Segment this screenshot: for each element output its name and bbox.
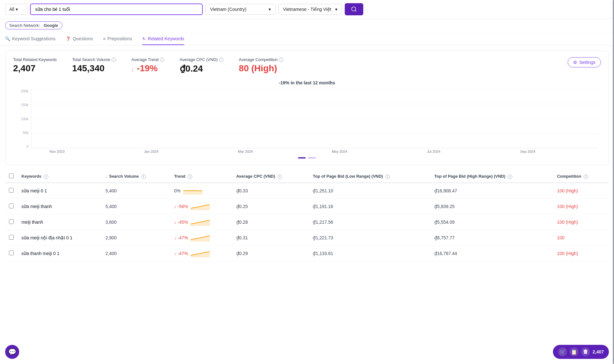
country-select[interactable]: Vietnam (Country) ▾ [205, 4, 276, 15]
competition-cell: 100 [553, 230, 609, 246]
chart-dot-active[interactable] [298, 157, 306, 159]
country-select-value: Vietnam (Country) [210, 7, 246, 12]
competition-cell: 100 (High) [553, 214, 609, 230]
tab-questions-label: Questions [73, 36, 93, 41]
select-all-checkbox[interactable] [9, 174, 14, 178]
country-chevron-icon: ▾ [269, 7, 271, 12]
bid-low-cell: ₫1,191.16 [309, 199, 430, 214]
top-bar: All ▾ Vietnam (Country) ▾ Vietnamese - T… [0, 0, 614, 19]
competition-info-icon[interactable]: i [584, 174, 588, 179]
table-row: sữa meiji thanh5,400↓ -56%₫0.25₫1,191.16… [5, 199, 609, 214]
average-competition-value: 80 (High) [239, 63, 283, 74]
average-cpc-info-icon[interactable]: i [219, 58, 224, 62]
table-row: sữa meiji nội địa nhật 0 12,900↓ -47%₫0.… [5, 230, 609, 246]
average-competition-label: Average Competition [239, 57, 278, 62]
language-select[interactable]: Vietnamese - Tiếng Việt ▾ [278, 4, 342, 15]
search-volume-cell: 3,600 [102, 214, 170, 230]
sort-arrow-icon: ↓ [106, 174, 107, 178]
network-badge[interactable]: Search Network: Google [5, 21, 62, 29]
network-row: Search Network: Google [0, 19, 614, 32]
row-checkbox[interactable] [9, 235, 14, 240]
search-volume-cell: 2,400 [102, 246, 170, 261]
trend-cell: ↓ -47% [170, 246, 232, 261]
table-header-row: Keywords i ↓ Search Volume i Trend i Ave… [5, 170, 609, 183]
trend-cell: 0% [170, 183, 232, 199]
average-competition-info-icon[interactable]: i [279, 58, 283, 62]
settings-label: Settings [579, 60, 595, 65]
search-volume-col-info-icon[interactable]: i [141, 174, 146, 179]
type-select[interactable]: All ▾ [5, 4, 28, 15]
cpc-cell: ₫0.25 [232, 199, 309, 214]
competition-cell: 100 (High) [553, 183, 609, 199]
row-checkbox[interactable] [9, 204, 14, 208]
competition-cell: 100 (High) [553, 199, 609, 214]
cpc-info-icon[interactable]: i [278, 174, 282, 179]
table-body: sữa meiji 0 15,4000%₫0.33₫1,251.10₫16,90… [5, 183, 609, 261]
bid-high-cell: ₫5,839.25 [430, 199, 553, 214]
total-search-volume-value: 145,340 [72, 63, 116, 74]
tab-related-keywords-label: Related Keywords [148, 36, 184, 41]
tab-prepositions-label: Prepositions [107, 36, 132, 41]
cpc-cell: ₫0.33 [232, 183, 309, 199]
cpc-cell: ₫0.28 [232, 214, 309, 230]
trend-cell: ↓ -47% [170, 230, 232, 246]
settings-button[interactable]: ⚙ Settings [568, 57, 601, 67]
prepositions-icon: ≡ [103, 36, 106, 41]
total-related-keywords-value: 2,407 [13, 63, 57, 74]
stat-average-competition: Average Competition i 80 (High) [239, 57, 283, 74]
header-search-volume[interactable]: ↓ Search Volume i [102, 170, 170, 183]
sparkline-icon [191, 250, 210, 257]
scrollbar[interactable] [613, 0, 614, 261]
search-volume-info-icon[interactable]: i [112, 58, 116, 62]
bid-low-cell: ₫1,251.10 [309, 183, 430, 199]
average-cpc-value: ₫0.24 [180, 63, 224, 74]
average-trend-info-icon[interactable]: i [160, 58, 164, 62]
row-checkbox[interactable] [9, 188, 14, 193]
total-search-volume-label: Total Search Volume [72, 57, 110, 62]
bid-high-cell: ₫8,757.77 [430, 230, 553, 246]
trend-down-arrow: ↓ [131, 67, 134, 72]
keywords-table: Keywords i ↓ Search Volume i Trend i Ave… [5, 170, 609, 261]
keyword-cell: sữa meiji 0 1 [18, 183, 102, 199]
search-input[interactable] [30, 4, 203, 15]
average-trend-label: Average Trend [131, 57, 159, 62]
keyword-suggestions-icon: 🔍 [5, 36, 10, 41]
sparkline-icon [183, 187, 202, 195]
stat-total-related-keywords: Total Related Keywords 2,407 [13, 57, 57, 74]
row-checkbox[interactable] [9, 251, 14, 255]
search-volume-cell: 5,400 [102, 199, 170, 214]
type-select-chevron: ▾ [16, 7, 18, 12]
tabs-row: 🔍 Keyword Suggestions ❓ Questions ≡ Prep… [0, 32, 614, 45]
bid-low-info-icon[interactable]: i [385, 174, 390, 179]
header-cpc: Average CPC (VND) i [232, 170, 309, 183]
header-bid-high: Top of Page Bid (High Range) (VND) i [430, 170, 553, 183]
average-cpc-label: Average CPC (VND) [180, 57, 218, 62]
tab-prepositions[interactable]: ≡ Prepositions [103, 36, 132, 45]
language-select-value: Vietnamese - Tiếng Việt [283, 7, 331, 12]
cpc-cell: ₫0.31 [232, 230, 309, 246]
stat-average-cpc: Average CPC (VND) i ₫0.24 [180, 57, 224, 74]
sparkline-icon [191, 234, 210, 242]
questions-icon: ❓ [66, 36, 71, 41]
language-chevron-icon: ▾ [335, 7, 337, 12]
chart-inner [31, 89, 598, 148]
tab-keyword-suggestions[interactable]: 🔍 Keyword Suggestions [5, 36, 55, 45]
network-label: Search Network: [9, 23, 40, 28]
chart-dot-inactive[interactable] [308, 157, 316, 159]
bid-high-info-icon[interactable]: i [508, 174, 512, 179]
keywords-info-icon[interactable]: i [44, 174, 48, 179]
header-bid-low: Top of Page Bid (Low Range) (VND) i [309, 170, 430, 183]
header-competition: Competition i [553, 170, 609, 183]
tab-related-keywords[interactable]: ↻ Related Keywords [142, 36, 184, 45]
search-volume-cell: 5,400 [102, 183, 170, 199]
row-checkbox[interactable] [9, 219, 14, 224]
search-button[interactable] [345, 3, 363, 15]
trend-cell: ↓ -45% [170, 214, 232, 230]
chart-dots [16, 157, 598, 159]
trend-info-icon[interactable]: i [188, 174, 192, 179]
search-volume-cell: 2,900 [102, 230, 170, 246]
average-trend-value: ↓ -19% [131, 63, 164, 74]
sparkline-icon [191, 218, 210, 226]
chart-title: -19% in the last 12 months [16, 80, 598, 85]
tab-questions[interactable]: ❓ Questions [66, 36, 93, 45]
